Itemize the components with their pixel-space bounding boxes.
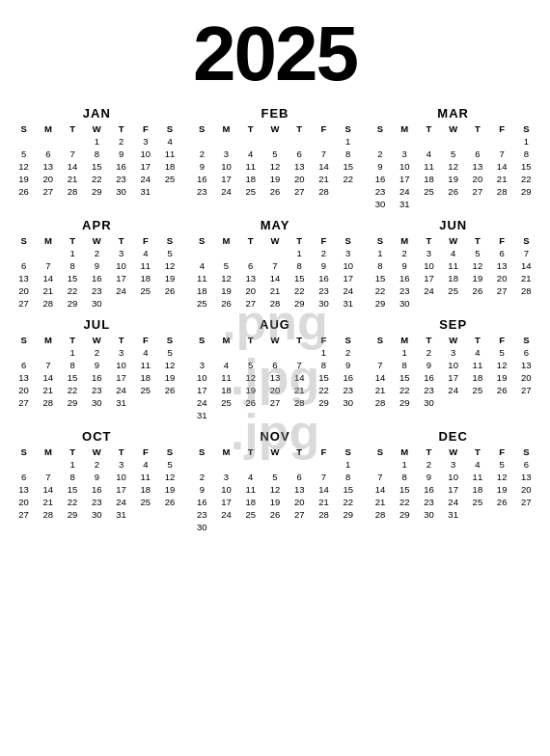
day-header: W <box>441 234 465 247</box>
day-cell: 6 <box>12 359 36 371</box>
day-cell: 13 <box>514 471 538 483</box>
day-cell: 28 <box>514 284 538 297</box>
day-cell <box>288 346 312 359</box>
day-cell: 18 <box>238 173 262 185</box>
day-cell: 31 <box>441 508 465 521</box>
month-name-aug: AUG <box>190 317 361 332</box>
month-block-jan: JANSMTWTFS123456789101112131415161718192… <box>8 106 186 210</box>
day-cell: 8 <box>368 259 392 272</box>
month-block-mar: MARSMTWTFS123456789101112131415161718192… <box>364 106 542 210</box>
day-header: T <box>238 334 262 346</box>
day-header: T <box>60 122 84 135</box>
day-cell: 27 <box>288 508 312 521</box>
day-cell: 18 <box>157 160 181 173</box>
day-cell: 2 <box>417 346 441 359</box>
day-header: T <box>417 122 441 135</box>
day-cell: 16 <box>336 371 360 384</box>
day-cell <box>60 135 84 148</box>
day-cell: 14 <box>60 160 84 173</box>
month-block-sep: SEPSMTWTFS123456789101112131415161718192… <box>364 317 542 421</box>
day-cell: 8 <box>60 471 84 483</box>
day-cell: 14 <box>368 371 392 384</box>
month-block-aug: AUGSMTWTFS123456789101112131415161718192… <box>186 317 365 421</box>
day-cell: 7 <box>60 148 84 160</box>
day-cell: 10 <box>133 148 157 160</box>
day-cell: 15 <box>60 272 84 284</box>
day-cell: 29 <box>60 396 84 409</box>
day-header: S <box>190 122 214 135</box>
day-header: F <box>490 234 514 247</box>
day-header: M <box>214 334 238 346</box>
day-header: M <box>393 234 417 247</box>
day-cell <box>12 458 36 471</box>
day-cell: 12 <box>157 471 181 483</box>
day-cell: 22 <box>288 284 312 297</box>
day-cell: 9 <box>368 160 392 173</box>
day-cell: 22 <box>336 496 360 508</box>
day-cell: 12 <box>441 160 465 173</box>
day-cell <box>238 135 262 148</box>
month-block-apr: APRSMTWTFS123456789101112131415161718192… <box>8 218 186 310</box>
day-header: T <box>60 334 84 346</box>
day-cell: 8 <box>60 359 84 371</box>
day-cell: 5 <box>12 148 36 160</box>
day-cell: 2 <box>85 458 109 471</box>
day-cell: 5 <box>490 458 514 471</box>
day-cell: 26 <box>12 185 36 198</box>
day-cell: 9 <box>417 471 441 483</box>
day-header: S <box>336 334 360 346</box>
day-header: T <box>417 334 441 346</box>
day-cell: 2 <box>85 346 109 359</box>
day-cell: 24 <box>417 284 441 297</box>
month-name-sep: SEP <box>368 317 538 332</box>
day-cell: 3 <box>109 247 133 259</box>
day-cell: 20 <box>12 384 36 396</box>
day-header: M <box>36 446 60 458</box>
day-cell: 1 <box>514 135 538 148</box>
day-cell: 21 <box>288 384 312 396</box>
day-cell: 28 <box>490 185 514 198</box>
day-header: W <box>262 122 287 135</box>
day-cell: 6 <box>12 471 36 483</box>
day-header: T <box>288 122 312 135</box>
day-cell: 26 <box>490 384 514 396</box>
day-cell <box>190 247 214 259</box>
day-cell <box>441 135 465 148</box>
day-header: T <box>238 446 262 458</box>
day-cell <box>214 458 238 471</box>
day-cell: 30 <box>368 198 392 210</box>
day-cell: 26 <box>157 496 181 508</box>
month-grid-jan: SMTWTFS123456789101112131415161718192021… <box>12 122 182 198</box>
day-cell: 15 <box>368 272 392 284</box>
day-cell: 5 <box>490 346 514 359</box>
day-cell: 14 <box>514 259 538 272</box>
day-cell: 26 <box>214 297 238 310</box>
day-header: T <box>60 234 84 247</box>
day-cell: 15 <box>85 160 109 173</box>
day-cell: 7 <box>36 259 60 272</box>
day-cell: 22 <box>336 173 360 185</box>
day-cell: 26 <box>441 185 465 198</box>
month-block-may: MAYSMTWTFS123456789101112131415161718192… <box>186 218 365 310</box>
day-cell: 12 <box>490 359 514 371</box>
day-cell: 30 <box>109 185 133 198</box>
day-cell: 9 <box>85 359 109 371</box>
day-cell: 23 <box>85 496 109 508</box>
month-block-jul: JULSMTWTFS123456789101112131415161718192… <box>8 317 186 421</box>
day-cell: 8 <box>393 359 417 371</box>
day-cell: 7 <box>312 471 336 483</box>
day-cell: 10 <box>417 259 441 272</box>
day-header: T <box>465 122 489 135</box>
month-grid-oct: SMTWTFS123456789101112131415161718192021… <box>12 446 182 521</box>
day-cell: 23 <box>190 508 214 521</box>
day-cell: 27 <box>465 185 489 198</box>
day-header: S <box>190 446 214 458</box>
day-cell <box>12 135 36 148</box>
day-cell: 28 <box>312 508 336 521</box>
day-cell: 30 <box>393 297 417 310</box>
day-cell: 13 <box>514 359 538 371</box>
day-cell: 15 <box>312 371 336 384</box>
day-cell: 20 <box>514 371 538 384</box>
day-cell: 12 <box>157 359 181 371</box>
day-cell: 6 <box>262 359 287 371</box>
